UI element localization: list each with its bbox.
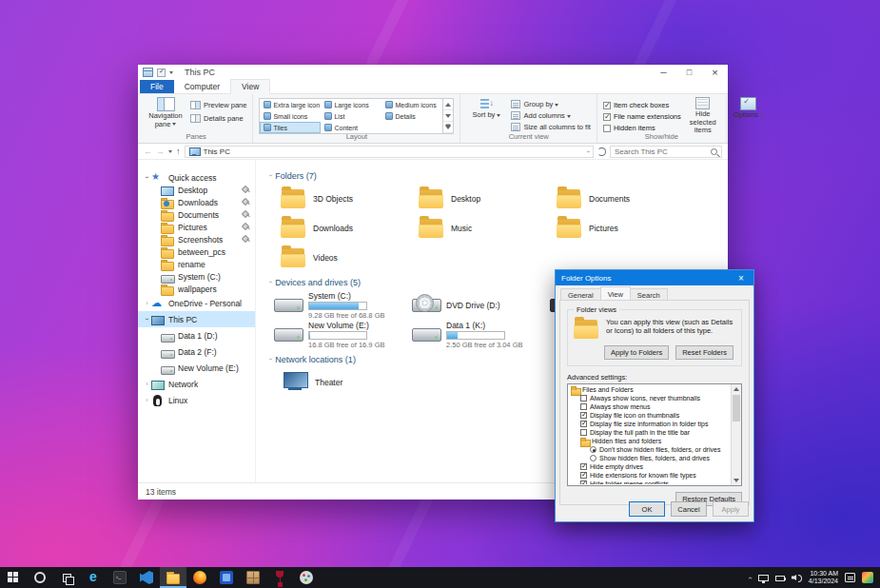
layout-option[interactable]: Medium icons bbox=[381, 99, 442, 110]
folder-tile[interactable]: Documents bbox=[545, 184, 683, 213]
battery-tray-icon[interactable] bbox=[775, 576, 785, 581]
minimize-button[interactable] bbox=[651, 65, 676, 80]
taskbar-app-button[interactable] bbox=[133, 567, 160, 588]
display-tray-icon[interactable] bbox=[758, 575, 769, 581]
taskbar-clock[interactable]: 10:30 AM 4/13/2024 bbox=[809, 570, 838, 586]
scroll-down-button[interactable] bbox=[732, 476, 741, 485]
taskbar-app-button[interactable] bbox=[186, 567, 213, 588]
setting-control-icon[interactable] bbox=[571, 386, 579, 394]
taskbar-app-button[interactable] bbox=[80, 567, 107, 588]
sidebar-item[interactable]: New Volume (E:) bbox=[138, 360, 255, 376]
dialog-titlebar[interactable]: Folder Options bbox=[556, 270, 753, 285]
drive-tile[interactable]: DVD Drive (D:) bbox=[407, 290, 545, 320]
collapse-chevron-icon[interactable] bbox=[267, 174, 274, 176]
setting-row[interactable]: Files and Folders bbox=[569, 385, 730, 394]
sidebar-item[interactable]: rename bbox=[138, 258, 255, 270]
scroll-up-button[interactable] bbox=[732, 384, 741, 394]
taskbar-app-button[interactable] bbox=[213, 567, 240, 588]
setting-control-icon[interactable] bbox=[580, 480, 587, 484]
dialog-tab[interactable]: View bbox=[600, 286, 631, 300]
forward-button[interactable] bbox=[156, 147, 165, 156]
sidebar-item[interactable]: wallpapers bbox=[138, 283, 255, 295]
preview-pane-button[interactable]: Preview pane bbox=[190, 100, 246, 110]
drive-tile[interactable]: Data 1 (K:) 2.50 GB free of 3.04 GB bbox=[407, 320, 545, 349]
show-hide-checkbox-row[interactable]: File name extensions bbox=[603, 112, 681, 121]
setting-row[interactable]: Hidden files and folders bbox=[569, 437, 730, 445]
setting-row[interactable]: Hide extensions for known file types bbox=[569, 471, 730, 480]
taskbar-app-button[interactable] bbox=[107, 567, 133, 588]
cancel-button[interactable]: Cancel bbox=[671, 501, 707, 517]
setting-control-icon[interactable] bbox=[580, 463, 587, 470]
show-hide-checkbox-row[interactable]: Hidden items bbox=[603, 124, 681, 132]
folder-tile[interactable]: Videos bbox=[269, 243, 407, 272]
list-scrollbar[interactable] bbox=[731, 384, 741, 485]
setting-control-icon[interactable] bbox=[580, 403, 587, 410]
back-button[interactable] bbox=[144, 147, 152, 156]
setting-row[interactable]: Hide folder merge conflicts bbox=[569, 480, 730, 484]
show-hide-checkbox-row[interactable]: Item check boxes bbox=[603, 101, 681, 109]
setting-row[interactable]: Don't show hidden files, folders, or dri… bbox=[569, 445, 730, 454]
setting-control-icon[interactable] bbox=[590, 446, 596, 453]
sidebar-item[interactable]: Pictures bbox=[138, 221, 255, 233]
navigation-pane-button[interactable]: Navigation pane bbox=[146, 97, 186, 130]
folder-tile[interactable]: Pictures bbox=[545, 213, 683, 243]
sidebar-item[interactable]: Data 2 (F:) bbox=[138, 343, 255, 360]
sidebar-item[interactable]: Desktop bbox=[138, 184, 255, 196]
show-hidden-icons-chevron-icon[interactable] bbox=[746, 577, 754, 579]
checkbox-icon[interactable] bbox=[603, 102, 611, 109]
folder-tile[interactable]: 3D Objects bbox=[269, 184, 407, 213]
sidebar-item[interactable]: Downloads bbox=[138, 196, 255, 208]
taskbar-app-button[interactable] bbox=[27, 567, 53, 588]
titlebar[interactable]: This PC bbox=[138, 65, 728, 80]
drive-tile[interactable]: System (C:) 9.28 GB free of 68.8 GB bbox=[269, 290, 407, 320]
layout-option[interactable]: Small icons bbox=[260, 110, 321, 122]
expand-chevron-icon[interactable] bbox=[144, 315, 150, 323]
sidebar-item[interactable]: OneDrive - Personal bbox=[138, 295, 255, 311]
setting-row[interactable]: Always show menus bbox=[569, 402, 730, 411]
expand-chevron-icon[interactable] bbox=[144, 173, 150, 182]
sidebar-item[interactable]: This PC bbox=[138, 311, 255, 327]
setting-row[interactable]: Show hidden files, folders, and drives bbox=[569, 454, 730, 462]
reset-folders-button[interactable]: Reset Folders bbox=[675, 345, 733, 360]
folder-tile[interactable]: Music bbox=[407, 213, 545, 243]
gallery-scroll-up-button[interactable] bbox=[443, 99, 453, 110]
taskbar-app-button[interactable] bbox=[293, 567, 320, 588]
taskbar-app-button[interactable] bbox=[53, 567, 80, 588]
section-header-folders[interactable]: Folders (7) bbox=[269, 169, 728, 182]
hide-selected-items-button[interactable]: Hide selected items bbox=[686, 97, 720, 130]
ribbon-tab[interactable]: File bbox=[140, 80, 174, 93]
add-columns-button[interactable]: Add columns bbox=[511, 111, 590, 120]
checkbox-icon[interactable] bbox=[603, 113, 611, 121]
refresh-icon[interactable] bbox=[597, 147, 606, 156]
options-button[interactable]: Options bbox=[733, 97, 765, 130]
folder-tile[interactable]: Downloads bbox=[269, 213, 407, 243]
sidebar-item[interactable]: Network bbox=[138, 376, 255, 392]
setting-row[interactable]: Display file icon on thumbnails bbox=[569, 411, 730, 420]
action-center-icon[interactable] bbox=[845, 573, 855, 582]
setting-row[interactable]: Hide empty drives bbox=[569, 462, 730, 471]
ribbon-tab[interactable]: Computer bbox=[174, 80, 230, 93]
setting-control-icon[interactable] bbox=[580, 421, 587, 427]
address-breadcrumb[interactable]: This PC bbox=[185, 146, 595, 158]
sidebar-item[interactable]: Data 1 (D:) bbox=[138, 327, 255, 343]
setting-control-icon[interactable] bbox=[580, 395, 587, 402]
taskbar-app-button[interactable] bbox=[240, 567, 266, 588]
network-location-tile[interactable]: Theater bbox=[269, 367, 407, 397]
scrollbar-thumb[interactable] bbox=[733, 395, 740, 421]
folder-tile[interactable]: Desktop bbox=[407, 184, 545, 213]
expand-chevron-icon[interactable] bbox=[143, 300, 151, 306]
recent-locations-chevron-icon[interactable] bbox=[168, 150, 172, 153]
apply-to-folders-button[interactable]: Apply to Folders bbox=[604, 345, 669, 360]
taskbar-app-button[interactable] bbox=[266, 567, 293, 588]
sidebar-item[interactable]: Documents bbox=[138, 208, 255, 221]
volume-tray-icon[interactable] bbox=[792, 573, 802, 582]
setting-row[interactable]: Display the full path in the title bar bbox=[569, 428, 730, 437]
layout-option[interactable]: List bbox=[321, 110, 381, 122]
drive-tile[interactable]: New Volume (E:) 16.8 GB free of 16.9 GB bbox=[269, 320, 407, 349]
sidebar-item[interactable]: Screenshots bbox=[138, 233, 255, 245]
sidebar-item[interactable]: System (C:) bbox=[138, 270, 255, 283]
group-by-button[interactable]: Group by bbox=[511, 100, 590, 108]
details-pane-button[interactable]: Details pane bbox=[190, 113, 246, 124]
gallery-scroll-down-button[interactable] bbox=[443, 110, 453, 122]
setting-row[interactable]: Always show icons, never thumbnails bbox=[569, 394, 730, 402]
